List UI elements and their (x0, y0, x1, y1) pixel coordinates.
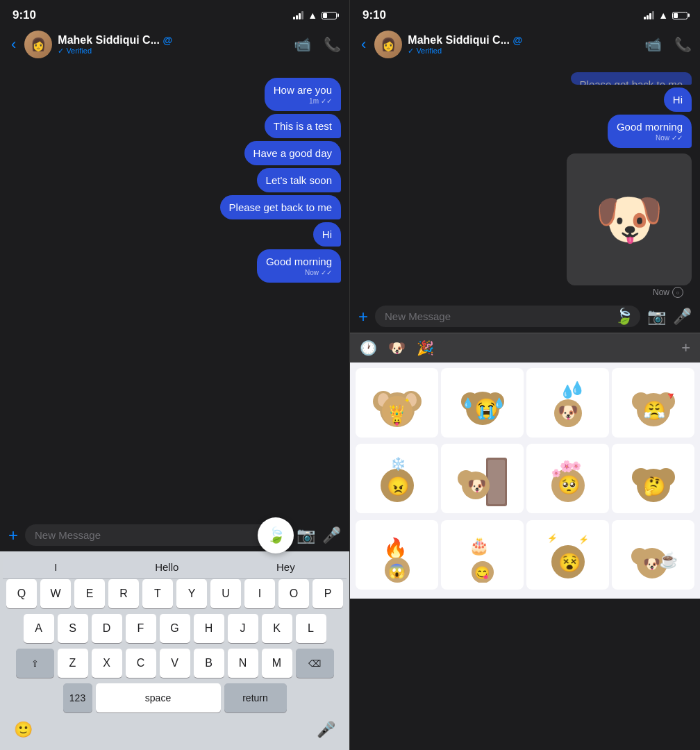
time-right: 9:10 (362, 8, 386, 22)
sticker-7[interactable]: 🥺 🌸 🌸 🌸 (526, 444, 609, 513)
sticker-sent-circle: ○ (672, 287, 683, 298)
video-call-icon-left[interactable]: 📹 (294, 36, 311, 53)
key-f[interactable]: F (126, 614, 156, 643)
key-o[interactable]: O (278, 579, 309, 608)
back-button-left[interactable]: ‹ (8, 33, 19, 56)
message-bubble-3: Have a good day (244, 141, 341, 165)
r-message-bubble-2: Hi (664, 88, 692, 112)
camera-button-left[interactable]: 📷 (297, 526, 315, 544)
back-button-right[interactable]: ‹ (358, 33, 369, 56)
key-i[interactable]: I (244, 579, 275, 608)
suggestion-i[interactable]: I (54, 561, 57, 573)
avatar-image-left: 👩 (24, 31, 52, 58)
key-p[interactable]: P (312, 579, 343, 608)
key-s[interactable]: S (58, 614, 88, 643)
keyboard-suggestions-left: I Hello Hey (3, 557, 347, 579)
sticker-11[interactable]: 😵 ⚡ ⚡ (526, 520, 609, 590)
messages-area-right: Please get back to me Hi Good morning No… (350, 64, 700, 300)
wifi-icon-right: ▲ (658, 10, 668, 21)
sticker-9[interactable]: 🔥 😱 (356, 520, 438, 590)
key-u[interactable]: U (210, 579, 241, 608)
key-l[interactable]: L (296, 614, 326, 643)
key-a[interactable]: A (24, 614, 54, 643)
key-z[interactable]: Z (58, 649, 88, 678)
key-k[interactable]: K (262, 614, 292, 643)
message-input-right[interactable]: New Message 🍃 (375, 306, 640, 327)
key-q[interactable]: Q (6, 579, 37, 608)
dog-pack-icon[interactable]: 🐶 (388, 340, 406, 356)
key-delete[interactable]: ⌫ (296, 649, 334, 678)
key-y[interactable]: Y (176, 579, 207, 608)
svg-text:😵: 😵 (558, 551, 581, 574)
status-icons-right: ▲ (644, 10, 688, 21)
key-n[interactable]: N (228, 649, 258, 678)
recent-icon[interactable]: 🕐 (360, 340, 377, 356)
sticker-svg-5: 😠 ❄️ (369, 451, 425, 506)
key-v[interactable]: V (160, 649, 190, 678)
sticker-4[interactable]: 😤 🔻 (612, 368, 694, 438)
emoji-button-left[interactable]: 🙂 (14, 721, 33, 739)
svg-text:❄️: ❄️ (390, 456, 406, 472)
sticker-8[interactable]: 🤔 (612, 444, 694, 513)
add-sticker-icon[interactable]: + (681, 339, 690, 357)
key-123[interactable]: 123 (63, 683, 92, 712)
read-receipt-1: ✓✓ (321, 97, 332, 105)
mic-button-right[interactable]: 🎤 (673, 308, 692, 326)
camera-button-right[interactable]: 📷 (647, 308, 666, 326)
dictation-button-left[interactable]: 🎤 (317, 721, 335, 739)
key-t[interactable]: T (142, 579, 173, 608)
sticker-1[interactable]: 👑 😛 ✦ ✦ (356, 368, 438, 438)
key-h[interactable]: H (194, 614, 224, 643)
header-actions-left: 📹 📞 (294, 36, 341, 53)
sticker-svg-4: 😤 🔻 (626, 375, 681, 431)
message-bubble-5: Please get back to me (220, 195, 341, 219)
sticker-6[interactable]: 🐶 (441, 444, 524, 513)
phone-icon-left[interactable]: 📞 (324, 36, 341, 53)
contact-name-left: Mahek Siddiqui C... @ (58, 34, 288, 47)
confetti-icon[interactable]: 🎉 (417, 340, 434, 356)
key-g[interactable]: G (160, 614, 190, 643)
mic-button-left[interactable]: 🎤 (322, 526, 341, 544)
svg-text:🔻: 🔻 (665, 390, 677, 402)
keyboard-row-4: 123 space return (3, 683, 347, 712)
sticker-button-right[interactable]: 🍃 (615, 308, 633, 326)
time-left: 9:10 (12, 8, 36, 22)
at-icon-right: @ (512, 35, 522, 46)
sticker-3[interactable]: 🐶 💧 💧 (526, 368, 609, 438)
sticker-5[interactable]: 😠 ❄️ (356, 444, 438, 513)
avatar-left: 👩 (24, 31, 52, 58)
key-c[interactable]: C (126, 649, 156, 678)
key-shift[interactable]: ⇧ (16, 649, 54, 678)
key-j[interactable]: J (228, 614, 258, 643)
key-x[interactable]: X (92, 649, 122, 678)
video-call-icon-right[interactable]: 📹 (644, 36, 662, 53)
header-left: ‹ 👩 Mahek Siddiqui C... @ ✓ Verified 📹 📞 (0, 26, 349, 64)
sticker-svg-7: 🥺 🌸 🌸 🌸 (540, 451, 596, 506)
key-m[interactable]: M (262, 649, 292, 678)
key-w[interactable]: W (40, 579, 71, 608)
key-e[interactable]: E (74, 579, 105, 608)
key-b[interactable]: B (194, 649, 224, 678)
key-space[interactable]: space (96, 683, 221, 712)
key-r[interactable]: R (108, 579, 139, 608)
suggestion-hello[interactable]: Hello (155, 561, 178, 573)
message-input-left[interactable]: New Message 🍃 (25, 524, 290, 546)
sticker-12[interactable]: 🐶 ☕ (612, 520, 694, 590)
phone-icon-right[interactable]: 📞 (674, 36, 692, 53)
battery-icon (322, 12, 337, 19)
sticker-2[interactable]: 😭 💧 💧 (441, 368, 524, 438)
message-bubble-7: Good morning Now ✓✓ (257, 249, 341, 283)
svg-text:🎂: 🎂 (469, 535, 490, 556)
key-d[interactable]: D (92, 614, 122, 643)
sticker-svg-10: 🎂 😋 (455, 527, 510, 583)
key-return[interactable]: return (224, 683, 287, 712)
suggestion-hey[interactable]: Hey (276, 561, 295, 573)
input-bar-left: + New Message 🍃 📷 🎤 (0, 519, 349, 551)
r-read-receipt-3: ✓✓ (672, 134, 683, 142)
add-button-right[interactable]: + (358, 307, 368, 326)
status-icons-left: ▲ (293, 10, 337, 21)
sticker-10[interactable]: 🎂 😋 (441, 520, 524, 590)
sticker-button-circle-left[interactable]: 🍃 (258, 517, 294, 553)
wifi-icon: ▲ (308, 10, 317, 21)
add-button-left[interactable]: + (8, 526, 18, 545)
